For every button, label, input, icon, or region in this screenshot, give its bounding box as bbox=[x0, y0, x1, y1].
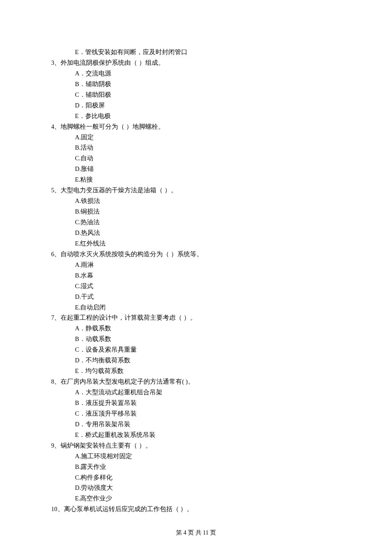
option-line: B.活动 bbox=[51, 142, 341, 153]
question-stem: 10、离心泵单机试运转后应完成的工作包括（ ）。 bbox=[51, 504, 341, 515]
option-line: D．不均衡载荷系数 bbox=[51, 355, 341, 366]
option-line: C.自动 bbox=[51, 153, 341, 164]
question-stem: 8、在厂房内吊装大型发电机定子的方法通常有( )。 bbox=[51, 376, 341, 387]
option-line: D.劳动强度大 bbox=[51, 483, 341, 493]
option-line: B.铜损法 bbox=[51, 206, 341, 217]
option-line: E．桥式起重机改装系统吊装 bbox=[51, 430, 341, 440]
question-text: 在厂房内吊装大型发电机定子的方法通常有( )。 bbox=[61, 378, 194, 385]
question-text: 大型电力变压器的干燥方法是油箱（ ）。 bbox=[61, 187, 177, 194]
question-number: 5、 bbox=[51, 187, 61, 194]
question-text: 锅炉钢架安装特点主要有（ ）。 bbox=[61, 442, 152, 449]
option-line: E．参比电极 bbox=[51, 111, 341, 121]
option-line: C.热油法 bbox=[51, 217, 341, 228]
questions-container: 3、外加电流阴极保护系统由（ ）组成。A．交流电源B．辅助阴极C．辅助阳极D．阳… bbox=[51, 58, 341, 515]
question-text: 离心泵单机试运转后应完成的工作包括（ ）。 bbox=[64, 506, 193, 512]
option-line: C．设备及索吊具重量 bbox=[51, 344, 341, 355]
question-stem: 7、在起重工程的设计中，计算载荷主要考虑（ ）。 bbox=[51, 312, 341, 323]
option-line: D.干式 bbox=[51, 292, 341, 302]
question-stem: 4、地脚螺栓一般可分为（ ）地脚螺栓。 bbox=[51, 121, 341, 132]
question-stem: 6、自动喷水灭火系统按喷头的构造分为（ ）系统等。 bbox=[51, 249, 341, 260]
option-line: D．阳极屏 bbox=[51, 100, 341, 111]
option-line: B．动载系数 bbox=[51, 334, 341, 344]
question-number: 6、 bbox=[51, 251, 61, 257]
option-line: E．管线安装如有间断，应及时封闭管口 bbox=[51, 47, 341, 58]
question-number: 8、 bbox=[51, 378, 61, 385]
page-footer: 第 4 页 共 11 页 bbox=[0, 528, 392, 538]
option-line: C.湿式 bbox=[51, 281, 341, 292]
question-number: 9、 bbox=[51, 442, 61, 449]
option-line: E.自动启闭 bbox=[51, 302, 341, 313]
option-line: E.粘接 bbox=[51, 174, 341, 185]
option-line: B.露天作业 bbox=[51, 462, 341, 472]
option-line: D．专用吊装架吊装 bbox=[51, 419, 341, 430]
option-line: B.水幕 bbox=[51, 270, 341, 281]
question-number: 10、 bbox=[51, 506, 64, 512]
question-stem: 3、外加电流阴极保护系统由（ ）组成。 bbox=[51, 58, 341, 68]
option-line: C．辅助阳极 bbox=[51, 90, 341, 100]
page-content: E．管线安装如有间断，应及时封闭管口 3、外加电流阴极保护系统由（ ）组成。A．… bbox=[0, 0, 392, 555]
option-line: A．静载系数 bbox=[51, 323, 341, 334]
question-number: 7、 bbox=[51, 314, 61, 321]
option-line: A．大型流动式起重机组合吊架 bbox=[51, 387, 341, 398]
option-line: A.雨淋 bbox=[51, 260, 341, 270]
option-line: B．辅助阴极 bbox=[51, 79, 341, 90]
question-stem: 5、大型电力变压器的干燥方法是油箱（ ）。 bbox=[51, 185, 341, 196]
option-line: E．均匀载荷系数 bbox=[51, 366, 341, 376]
option-line: A．交流电源 bbox=[51, 68, 341, 79]
question-number: 3、 bbox=[51, 59, 61, 66]
question-stem: 9、锅炉钢架安装特点主要有（ ）。 bbox=[51, 440, 341, 451]
option-line: E.红外线法 bbox=[51, 238, 341, 249]
option-line: A.固定 bbox=[51, 132, 341, 143]
question-text: 地脚螺栓一般可分为（ ）地脚螺栓。 bbox=[61, 123, 164, 130]
option-line: A.铁损法 bbox=[51, 196, 341, 206]
question-text: 外加电流阴极保护系统由（ ）组成。 bbox=[61, 59, 164, 66]
question-text: 自动喷水灭火系统按喷头的构造分为（ ）系统等。 bbox=[61, 251, 203, 257]
option-line: B．液压提升装置吊装 bbox=[51, 398, 341, 408]
option-line: D.热风法 bbox=[51, 228, 341, 238]
question-text: 在起重工程的设计中，计算载荷主要考虑（ ）。 bbox=[61, 314, 196, 321]
option-line: A.施工环境相对固定 bbox=[51, 451, 341, 462]
option-line: C.构件多样化 bbox=[51, 472, 341, 483]
option-line: D.胀锚 bbox=[51, 164, 341, 174]
option-line: C．液压顶升平移吊装 bbox=[51, 408, 341, 419]
option-line: E.高空作业少 bbox=[51, 493, 341, 504]
question-number: 4、 bbox=[51, 123, 61, 130]
